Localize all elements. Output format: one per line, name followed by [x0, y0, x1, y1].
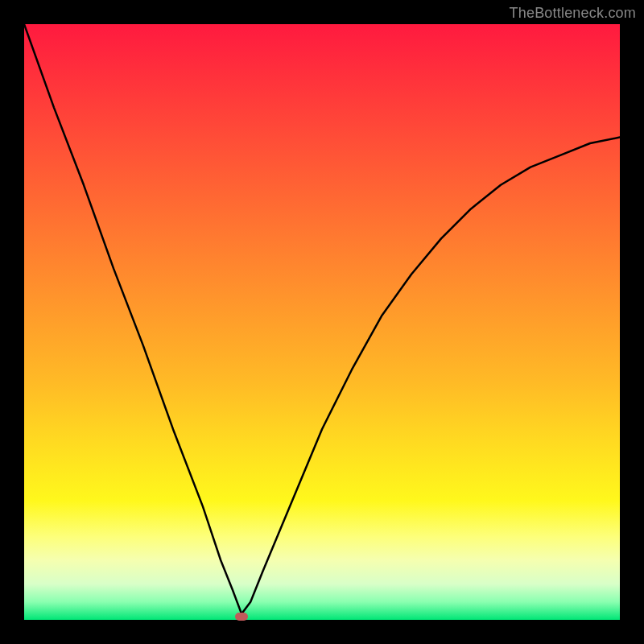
min-point-marker [235, 613, 248, 621]
chart-container: TheBottleneck.com [0, 0, 644, 644]
watermark-text: TheBottleneck.com [510, 5, 636, 22]
plot-area [24, 24, 620, 620]
bottleneck-curve [24, 24, 620, 620]
